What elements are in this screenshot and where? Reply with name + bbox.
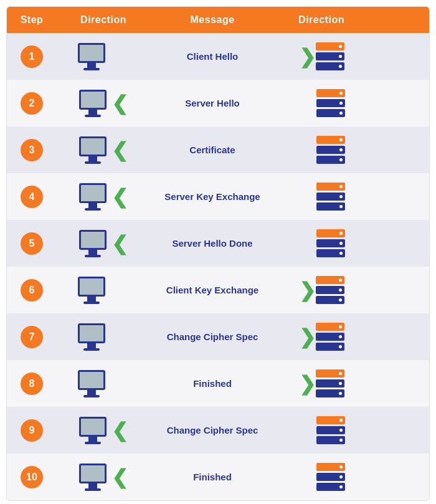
arrow-left-icon: ❮ [111,421,128,440]
monitor-base [85,115,101,117]
arrow-right-icon: ❯ [299,280,316,300]
table-row: 1 Client Hello❯ [7,33,429,80]
step-cell: 7 [7,321,57,353]
monitor-icon [79,417,107,444]
server-dot [339,345,342,348]
server-icon [316,276,344,304]
arrow-left-icon: ❮ [111,234,128,254]
server-unit-1 [316,229,345,237]
header-direction-right: Direction [275,14,368,26]
server-dot [339,112,343,115]
server-unit-1 [316,416,345,424]
direction-left-cell: ❮ [57,459,150,496]
direction-right-cell [275,411,368,449]
server-unit-1 [316,369,344,378]
monitor-base [85,208,101,211]
monitor-screen [78,323,105,343]
step-badge: 2 [21,92,43,115]
server-dot [339,439,343,442]
server-icon [316,42,344,70]
monitor-stand [87,63,96,68]
monitor-screen [78,43,105,63]
direction-left-cell: ❮ [57,131,150,169]
server-dot [339,382,342,385]
server-dot [339,372,342,375]
direction-right-cell: ❯ [275,37,368,75]
server-dot [339,429,343,432]
monitor-base [83,68,100,70]
table-row: 5 ❮Server Hello Done [7,220,429,267]
monitor-screen [79,136,107,156]
monitor-stand [87,297,96,302]
table-row: 8 Finished❯ [7,360,429,407]
server-unit-1 [316,463,345,471]
direction-left-cell: ❮ [57,178,150,216]
table-row: 10 ❮Finished [7,454,429,500]
step-badge: 8 [21,373,43,395]
server-dot [339,102,343,105]
step-cell: 1 [7,40,57,73]
direction-right-cell [275,458,368,496]
server-dot [339,392,342,395]
monitor-icon [78,323,105,351]
monitor-stand [87,343,96,348]
server-unit-3 [316,343,344,351]
table-row: 9 ❮Change Cipher Spec [7,407,429,454]
monitor-base [85,161,101,164]
message-cell: Server Hello [150,93,275,113]
monitor-stand [88,110,97,115]
server-dot [339,278,342,282]
server-unit-2 [316,52,344,60]
step-badge: 6 [21,279,43,302]
direction-right-cell [275,131,368,169]
monitor-base [85,255,101,257]
header-direction-left: Direction [57,14,150,26]
server-unit-1 [316,276,344,284]
server-unit-2 [316,333,344,341]
monitor-base [85,442,101,444]
server-dot [339,485,343,488]
step-cell: 9 [7,414,57,447]
message-cell: Change Cipher Spec [150,420,275,440]
arrow-left-icon: ❮ [111,467,128,487]
table-row: 7 Change Cipher Spec❯ [7,313,429,360]
step-badge: 3 [21,139,43,161]
server-dot [339,195,343,198]
table-row: 3 ❮Certificate [7,126,429,173]
monitor-base [85,488,101,491]
server-unit-2 [316,146,345,154]
server-dot [339,45,342,48]
message-cell: Client Key Exchange [150,280,275,300]
server-unit-2 [316,193,345,201]
server-dot [339,465,343,468]
message-cell: Server Key Exchange [150,186,275,207]
step-badge: 1 [21,45,43,68]
server-dot [339,185,343,188]
monitor-screen [79,417,107,437]
monitor-stand [88,156,97,161]
server-dot [339,138,343,141]
direction-right-cell: ❯ [275,271,368,309]
server-dot [339,298,342,302]
server-dot [339,158,343,161]
server-dot [339,475,343,478]
header-message: Message [150,14,275,26]
server-dot [339,419,343,422]
monitor-stand [87,390,96,395]
arrow-left-icon: ❮ [111,187,128,207]
direction-right-cell [275,224,368,262]
server-unit-2 [316,239,345,247]
server-icon [316,229,345,257]
server-icon [316,89,345,117]
step-cell: 8 [7,368,57,400]
tls-handshake-table: Step Direction Message Direction 1 Clien… [6,6,430,501]
server-dot [339,252,343,255]
message-cell: Certificate [150,140,275,160]
step-badge: 5 [21,232,43,255]
server-unit-3 [316,436,345,444]
arrow-right-icon: ❯ [299,327,316,347]
table-body: 1 Client Hello❯ 2 [7,33,429,500]
server-unit-1 [316,323,344,331]
direction-right-cell [275,178,368,216]
arrow-left-icon: ❮ [111,93,128,113]
